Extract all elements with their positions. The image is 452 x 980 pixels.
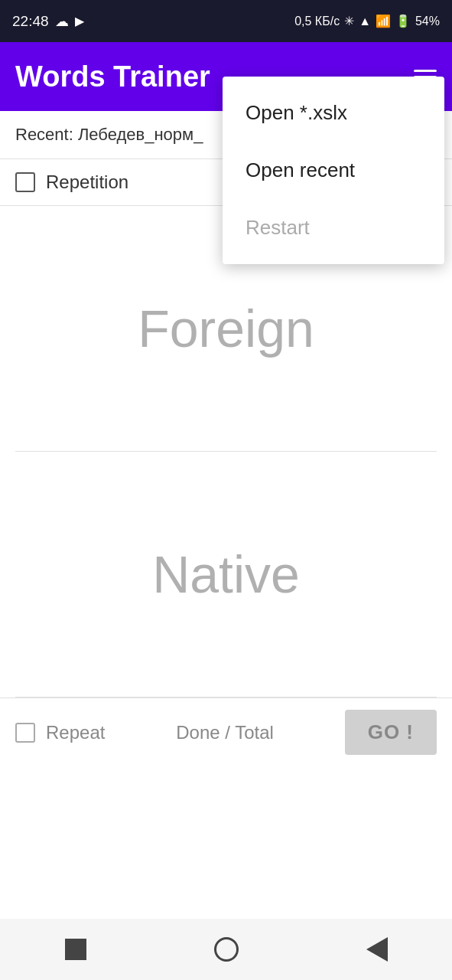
wifi-icon: 📶 (376, 14, 391, 28)
repeat-checkbox[interactable] (15, 723, 35, 743)
bluetooth-icon: ✳ (344, 14, 354, 28)
native-word-area: Native (0, 452, 452, 697)
cloud-icon: ☁ (55, 13, 69, 30)
nav-home-button[interactable] (203, 926, 249, 972)
status-time: 22:48 (12, 13, 49, 30)
nav-back-button[interactable] (53, 926, 99, 972)
foreign-word-placeholder: Foreign (138, 299, 314, 358)
repetition-label: Repetition (46, 172, 128, 193)
status-right: 0,5 КБ/с ✳ ▲ 📶 🔋 54% (294, 14, 440, 28)
circle-icon (214, 937, 239, 962)
menu-item-open-recent[interactable]: Open recent (223, 142, 444, 199)
go-button[interactable]: GO ! (345, 710, 437, 755)
square-icon (65, 939, 86, 960)
battery-icon: 🔋 (395, 14, 411, 28)
network-speed: 0,5 КБ/с (294, 15, 340, 28)
menu-item-open-xslx[interactable]: Open *.xslx (223, 84, 444, 142)
app-title: Words Trainer (15, 60, 210, 93)
done-total-label: Done / Total (176, 722, 274, 743)
bottom-bar: Repeat Done / Total GO ! (0, 697, 452, 766)
nav-recents-button[interactable] (354, 926, 400, 972)
dropdown-menu: Open *.xslx Open recent Restart (223, 77, 444, 264)
repetition-checkbox[interactable] (15, 172, 35, 192)
status-bar: 22:48 ☁ ▶ 0,5 КБ/с ✳ ▲ 📶 🔋 54% (0, 0, 452, 42)
repeat-section: Repeat (15, 722, 105, 743)
signal-icon: ▲ (359, 15, 371, 28)
menu-item-restart: Restart (223, 199, 444, 256)
native-word-placeholder: Native (152, 544, 300, 604)
repeat-label: Repeat (46, 722, 105, 743)
battery-percent: 54% (415, 15, 440, 28)
video-icon: ▶ (75, 14, 84, 28)
triangle-icon (366, 937, 388, 962)
nav-bar (0, 919, 452, 980)
status-left: 22:48 ☁ ▶ (12, 13, 84, 30)
